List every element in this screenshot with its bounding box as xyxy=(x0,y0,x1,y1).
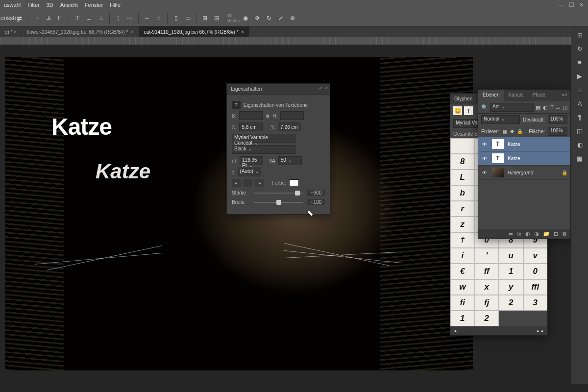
paragraph-icon[interactable]: ¶ xyxy=(575,114,584,122)
panel-icon[interactable]: ◫ xyxy=(575,127,584,136)
color-swatch[interactable] xyxy=(289,179,299,186)
align-center-icon[interactable]: ⫡ xyxy=(44,13,53,23)
trash-icon[interactable]: 🗑 xyxy=(562,231,567,237)
close-panel-icon[interactable]: × xyxy=(325,85,328,91)
menu-item[interactable]: 3D xyxy=(47,2,53,8)
opt-icon[interactable]: ▯ xyxy=(171,13,181,23)
layer-item[interactable]: 👁 Hintergrund 🔒 xyxy=(478,166,570,180)
panel-icon[interactable]: ◐ xyxy=(575,141,584,150)
zoom-out-icon[interactable]: ▲ xyxy=(453,328,458,333)
document-tab[interactable]: flower-204857_1920.jpg bei 66,7% (RGB/8#… xyxy=(22,26,139,37)
tab-paths[interactable]: Pfade xyxy=(528,90,550,101)
glyph-cell[interactable]: r xyxy=(450,201,475,217)
align-bot-icon[interactable]: ⊥ xyxy=(96,13,106,23)
filter-pixel-icon[interactable]: ▦ xyxy=(536,104,540,111)
menu-item[interactable]: uswahl xyxy=(4,2,21,8)
zoom-in-icon[interactable]: ▲▲ xyxy=(536,328,544,333)
type-icon[interactable]: T xyxy=(464,106,473,115)
glyph-cell[interactable]: 2 xyxy=(499,295,523,311)
dist-icon[interactable]: ⋯ xyxy=(125,13,135,23)
glyph-cell[interactable]: L xyxy=(450,170,475,185)
adjustment-icon[interactable]: ◑ xyxy=(534,231,539,237)
leading-input[interactable]: (Auto) xyxy=(238,168,261,176)
new-layer-icon[interactable]: ⊞ xyxy=(554,231,558,237)
opt-icon[interactable]: ▭ xyxy=(183,13,193,23)
visibility-icon[interactable]: 👁 xyxy=(481,142,488,147)
document-tab[interactable]: d) * × xyxy=(0,26,22,37)
visibility-icon[interactable]: 👁 xyxy=(481,170,488,175)
weight-value[interactable]: +900 xyxy=(307,190,325,196)
glyph-cell[interactable]: x xyxy=(475,279,499,295)
close-tab-icon[interactable]: × xyxy=(131,29,133,34)
glyph-cell[interactable]: 3 xyxy=(523,295,548,311)
fx-icon[interactable]: fx xyxy=(517,231,521,237)
blend-mode[interactable]: Normal xyxy=(481,115,520,124)
panel-icon[interactable]: ≣ xyxy=(575,86,584,95)
play-icon[interactable]: ▶ xyxy=(575,73,584,81)
tracking-input[interactable]: 50 xyxy=(278,156,302,165)
font-select[interactable]: Myriad Variable Concept xyxy=(232,134,295,143)
menu-item[interactable]: Fenster xyxy=(85,2,103,8)
glyph-cell[interactable]: 0 xyxy=(523,264,548,279)
align-top-icon[interactable]: ⊤ xyxy=(73,13,82,23)
dist-h-icon[interactable]: ↔ xyxy=(142,13,152,23)
tab-layers[interactable]: Ebenen xyxy=(478,90,504,101)
glyph-cell[interactable]: ' xyxy=(475,248,499,264)
align-right-button[interactable]: ≡ xyxy=(255,179,264,187)
glyph-cell[interactable]: fj xyxy=(475,295,499,311)
style-select[interactable]: Black xyxy=(232,145,295,154)
width-value[interactable]: +100 xyxy=(307,199,325,205)
swatches-icon[interactable]: ▦ xyxy=(575,155,584,164)
slide-icon[interactable]: ⤢ xyxy=(276,13,286,23)
emoji-icon[interactable]: 😀 xyxy=(453,106,462,115)
height-input[interactable] xyxy=(280,111,304,120)
align-right-icon[interactable]: ⊢ xyxy=(55,13,65,23)
glyph-cell[interactable]: † xyxy=(450,232,475,248)
layer-item[interactable]: 👁 T Katze xyxy=(478,151,570,166)
minimize-icon[interactable]: — xyxy=(558,1,564,8)
size-input[interactable]: 116,95 Pt xyxy=(240,156,263,165)
glyph-cell[interactable]: € xyxy=(450,264,475,279)
filter-type-icon[interactable]: T xyxy=(550,104,554,111)
mask-icon[interactable]: ◐ xyxy=(525,231,530,237)
glyph-cell[interactable]: ff xyxy=(475,264,499,279)
glyph-cell[interactable]: 1 xyxy=(499,264,523,279)
glyph-cell[interactable]: y xyxy=(499,279,523,295)
x-input[interactable] xyxy=(239,122,263,131)
glyph-cell[interactable]: z xyxy=(450,217,475,232)
align-left-icon[interactable]: ⊩ xyxy=(32,13,42,23)
visibility-icon[interactable]: 👁 xyxy=(481,156,488,161)
maximize-icon[interactable]: ☐ xyxy=(569,1,574,8)
close-tab-icon[interactable]: × xyxy=(242,29,244,34)
width-input[interactable] xyxy=(239,111,263,120)
panel-icon[interactable]: ⊞ xyxy=(575,31,584,40)
text-layer-1[interactable]: Katze xyxy=(51,113,112,140)
glyph-cell[interactable]: 2 xyxy=(475,311,499,326)
dist-icon[interactable]: ⋮ xyxy=(113,13,123,23)
width-slider[interactable] xyxy=(254,202,303,203)
dist-v-icon[interactable]: ↕ xyxy=(154,13,164,23)
glyph-cell[interactable]: b xyxy=(450,185,475,201)
layer-filter[interactable]: Art xyxy=(490,103,534,112)
glyph-cell[interactable]: w xyxy=(450,279,475,295)
opt-icon[interactable]: ⊞ xyxy=(200,13,210,23)
link-layers-icon[interactable]: ⇔ xyxy=(509,231,513,237)
panel-icon[interactable]: ≡ xyxy=(575,59,584,68)
glyph-cell[interactable]: 1 xyxy=(450,311,475,326)
filter-shape-icon[interactable]: ▱ xyxy=(556,104,560,111)
glyph-cell[interactable]: 8 xyxy=(450,154,475,170)
document-tab[interactable]: cat-914110_1920.jpg bei 66,7% (RGB/8#) *… xyxy=(139,26,249,37)
collapse-icon[interactable]: « xyxy=(319,85,322,91)
history-icon[interactable]: ↻ xyxy=(575,45,584,54)
group-icon[interactable]: 📁 xyxy=(543,231,550,237)
lock-pos-icon[interactable]: ✥ xyxy=(510,129,514,134)
opacity-input[interactable]: 100% xyxy=(548,115,567,124)
align-mid-icon[interactable]: ⫠ xyxy=(84,13,94,23)
toggle-icon[interactable]: ⇄ xyxy=(15,13,24,23)
glyph-cell[interactable]: ffl xyxy=(523,279,548,295)
panel-header[interactable]: Eigenschaften «× xyxy=(227,84,330,95)
menu-item[interactable]: Hilfe xyxy=(110,2,121,8)
glyph-cell[interactable]: i xyxy=(450,248,475,264)
panel-menu-icon[interactable]: »≡ xyxy=(559,90,570,101)
filter-smart-icon[interactable]: ◫ xyxy=(563,104,567,111)
